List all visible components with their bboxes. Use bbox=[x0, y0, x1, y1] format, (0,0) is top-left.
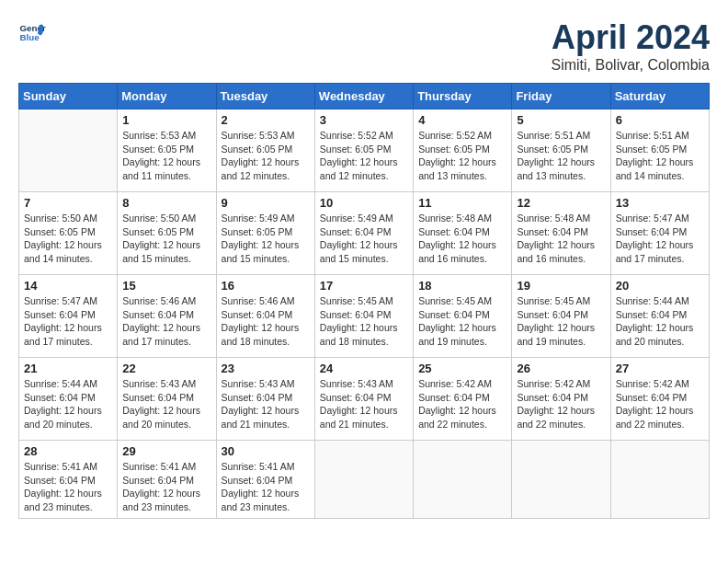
calendar-cell: 11Sunrise: 5:48 AMSunset: 6:04 PMDayligh… bbox=[414, 192, 512, 275]
day-number: 14 bbox=[24, 279, 112, 293]
day-number: 12 bbox=[517, 196, 605, 210]
day-number: 21 bbox=[24, 362, 112, 375]
weekday-header-saturday: Saturday bbox=[610, 84, 709, 109]
day-info: Sunrise: 5:41 AMSunset: 6:04 PMDaylight:… bbox=[122, 460, 210, 514]
calendar-cell: 20Sunrise: 5:44 AMSunset: 6:04 PMDayligh… bbox=[610, 275, 709, 358]
calendar-cell: 18Sunrise: 5:45 AMSunset: 6:04 PMDayligh… bbox=[414, 275, 512, 358]
day-info: Sunrise: 5:49 AMSunset: 6:04 PMDaylight:… bbox=[320, 212, 408, 266]
week-row-5: 28Sunrise: 5:41 AMSunset: 6:04 PMDayligh… bbox=[19, 441, 710, 519]
calendar-table: SundayMondayTuesdayWednesdayThursdayFrid… bbox=[18, 83, 710, 519]
calendar-cell: 8Sunrise: 5:50 AMSunset: 6:05 PMDaylight… bbox=[118, 192, 216, 275]
day-info: Sunrise: 5:42 AMSunset: 6:04 PMDaylight:… bbox=[517, 377, 605, 431]
location-title: Simiti, Bolivar, Colombia bbox=[552, 57, 711, 74]
week-row-1: 1Sunrise: 5:53 AMSunset: 6:05 PMDaylight… bbox=[19, 109, 710, 192]
day-info: Sunrise: 5:52 AMSunset: 6:05 PMDaylight:… bbox=[320, 129, 408, 183]
calendar-cell bbox=[414, 441, 512, 519]
calendar-cell: 19Sunrise: 5:45 AMSunset: 6:04 PMDayligh… bbox=[512, 275, 610, 358]
day-number: 1 bbox=[122, 113, 210, 127]
weekday-header-thursday: Thursday bbox=[414, 84, 512, 109]
day-info: Sunrise: 5:47 AMSunset: 6:04 PMDaylight:… bbox=[24, 294, 112, 349]
week-row-4: 21Sunrise: 5:44 AMSunset: 6:04 PMDayligh… bbox=[19, 358, 710, 441]
day-info: Sunrise: 5:45 AMSunset: 6:04 PMDaylight:… bbox=[517, 294, 605, 349]
calendar-cell: 9Sunrise: 5:49 AMSunset: 6:05 PMDaylight… bbox=[216, 192, 314, 275]
day-info: Sunrise: 5:42 AMSunset: 6:04 PMDaylight:… bbox=[616, 377, 704, 431]
weekday-header-row: SundayMondayTuesdayWednesdayThursdayFrid… bbox=[19, 84, 710, 109]
calendar-cell: 17Sunrise: 5:45 AMSunset: 6:04 PMDayligh… bbox=[314, 275, 413, 358]
day-info: Sunrise: 5:46 AMSunset: 6:04 PMDaylight:… bbox=[222, 294, 310, 349]
day-number: 13 bbox=[616, 196, 704, 210]
day-number: 20 bbox=[616, 279, 704, 293]
calendar-cell: 1Sunrise: 5:53 AMSunset: 6:05 PMDaylight… bbox=[118, 109, 216, 192]
calendar-cell bbox=[314, 441, 413, 519]
calendar-cell: 5Sunrise: 5:51 AMSunset: 6:05 PMDaylight… bbox=[512, 109, 610, 192]
day-number: 23 bbox=[222, 362, 310, 375]
day-number: 22 bbox=[122, 362, 210, 375]
day-info: Sunrise: 5:41 AMSunset: 6:04 PMDaylight:… bbox=[24, 460, 112, 514]
calendar-cell: 16Sunrise: 5:46 AMSunset: 6:04 PMDayligh… bbox=[216, 275, 314, 358]
day-number: 15 bbox=[122, 279, 210, 293]
day-info: Sunrise: 5:51 AMSunset: 6:05 PMDaylight:… bbox=[616, 129, 704, 183]
calendar-cell: 28Sunrise: 5:41 AMSunset: 6:04 PMDayligh… bbox=[19, 441, 118, 519]
day-number: 5 bbox=[517, 113, 605, 127]
day-number: 29 bbox=[122, 444, 210, 458]
day-number: 28 bbox=[24, 444, 112, 458]
day-number: 9 bbox=[222, 196, 310, 210]
calendar-cell: 6Sunrise: 5:51 AMSunset: 6:05 PMDaylight… bbox=[610, 109, 709, 192]
calendar-cell: 30Sunrise: 5:41 AMSunset: 6:04 PMDayligh… bbox=[216, 441, 314, 519]
day-info: Sunrise: 5:44 AMSunset: 6:04 PMDaylight:… bbox=[24, 377, 112, 431]
day-number: 17 bbox=[320, 279, 408, 293]
calendar-cell: 4Sunrise: 5:52 AMSunset: 6:05 PMDaylight… bbox=[414, 109, 512, 192]
day-number: 30 bbox=[222, 444, 310, 458]
weekday-header-monday: Monday bbox=[118, 84, 216, 109]
week-row-3: 14Sunrise: 5:47 AMSunset: 6:04 PMDayligh… bbox=[19, 275, 710, 358]
day-info: Sunrise: 5:45 AMSunset: 6:04 PMDaylight:… bbox=[418, 294, 506, 349]
day-number: 27 bbox=[616, 362, 704, 375]
day-info: Sunrise: 5:43 AMSunset: 6:04 PMDaylight:… bbox=[122, 377, 210, 431]
week-row-2: 7Sunrise: 5:50 AMSunset: 6:05 PMDaylight… bbox=[19, 192, 710, 275]
day-number: 19 bbox=[517, 279, 605, 293]
calendar-cell bbox=[19, 109, 118, 192]
calendar-cell: 22Sunrise: 5:43 AMSunset: 6:04 PMDayligh… bbox=[118, 358, 216, 441]
day-number: 18 bbox=[418, 279, 506, 293]
day-number: 24 bbox=[320, 362, 408, 375]
calendar-cell: 10Sunrise: 5:49 AMSunset: 6:04 PMDayligh… bbox=[314, 192, 413, 275]
day-info: Sunrise: 5:52 AMSunset: 6:05 PMDaylight:… bbox=[418, 129, 506, 183]
calendar-cell: 26Sunrise: 5:42 AMSunset: 6:04 PMDayligh… bbox=[512, 358, 610, 441]
day-info: Sunrise: 5:50 AMSunset: 6:05 PMDaylight:… bbox=[24, 212, 112, 266]
calendar-cell: 24Sunrise: 5:43 AMSunset: 6:04 PMDayligh… bbox=[314, 358, 413, 441]
day-info: Sunrise: 5:41 AMSunset: 6:04 PMDaylight:… bbox=[222, 460, 310, 514]
day-number: 7 bbox=[24, 196, 112, 210]
svg-text:Blue: Blue bbox=[20, 32, 40, 42]
weekday-header-friday: Friday bbox=[512, 84, 610, 109]
day-info: Sunrise: 5:53 AMSunset: 6:05 PMDaylight:… bbox=[122, 129, 210, 183]
day-info: Sunrise: 5:47 AMSunset: 6:04 PMDaylight:… bbox=[616, 212, 704, 266]
day-info: Sunrise: 5:43 AMSunset: 6:04 PMDaylight:… bbox=[222, 377, 310, 431]
day-info: Sunrise: 5:48 AMSunset: 6:04 PMDaylight:… bbox=[517, 212, 605, 266]
calendar-cell: 7Sunrise: 5:50 AMSunset: 6:05 PMDaylight… bbox=[19, 192, 118, 275]
calendar-cell: 23Sunrise: 5:43 AMSunset: 6:04 PMDayligh… bbox=[216, 358, 314, 441]
day-info: Sunrise: 5:46 AMSunset: 6:04 PMDaylight:… bbox=[122, 294, 210, 349]
month-title: April 2024 bbox=[552, 18, 711, 57]
weekday-header-wednesday: Wednesday bbox=[314, 84, 413, 109]
day-number: 25 bbox=[418, 362, 506, 375]
calendar-cell: 25Sunrise: 5:42 AMSunset: 6:04 PMDayligh… bbox=[414, 358, 512, 441]
calendar-cell: 3Sunrise: 5:52 AMSunset: 6:05 PMDaylight… bbox=[314, 109, 413, 192]
day-number: 26 bbox=[517, 362, 605, 375]
day-number: 2 bbox=[222, 113, 310, 127]
calendar-cell bbox=[610, 441, 709, 519]
page-header: General Blue April 2024 Simiti, Bolivar,… bbox=[18, 18, 710, 74]
day-info: Sunrise: 5:48 AMSunset: 6:04 PMDaylight:… bbox=[418, 212, 506, 266]
weekday-header-sunday: Sunday bbox=[19, 84, 118, 109]
calendar-cell: 15Sunrise: 5:46 AMSunset: 6:04 PMDayligh… bbox=[118, 275, 216, 358]
calendar-cell: 12Sunrise: 5:48 AMSunset: 6:04 PMDayligh… bbox=[512, 192, 610, 275]
day-info: Sunrise: 5:45 AMSunset: 6:04 PMDaylight:… bbox=[320, 294, 408, 349]
calendar-cell: 27Sunrise: 5:42 AMSunset: 6:04 PMDayligh… bbox=[610, 358, 709, 441]
day-number: 3 bbox=[320, 113, 408, 127]
day-number: 10 bbox=[320, 196, 408, 210]
logo-icon: General Blue bbox=[18, 18, 46, 46]
calendar-cell: 29Sunrise: 5:41 AMSunset: 6:04 PMDayligh… bbox=[118, 441, 216, 519]
day-number: 4 bbox=[418, 113, 506, 127]
calendar-cell bbox=[512, 441, 610, 519]
day-info: Sunrise: 5:43 AMSunset: 6:04 PMDaylight:… bbox=[320, 377, 408, 431]
day-number: 6 bbox=[616, 113, 704, 127]
